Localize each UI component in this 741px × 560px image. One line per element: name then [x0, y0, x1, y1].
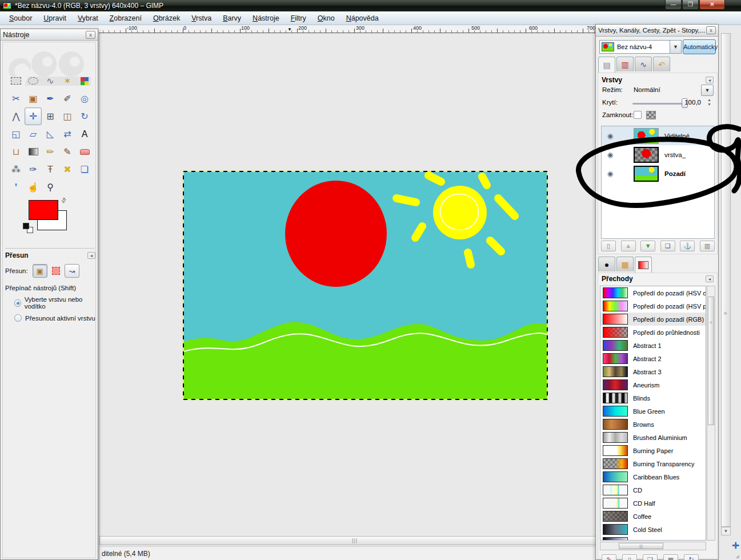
image-select-dropdown-icon[interactable]: ▼: [670, 40, 682, 54]
scrollbar-grip[interactable]: |||: [352, 538, 358, 543]
tool-heal[interactable]: ✖: [59, 161, 76, 178]
foreground-color-swatch[interactable]: [29, 200, 58, 220]
gradient-item[interactable]: CD Half: [600, 497, 706, 510]
toolbox-title-bar[interactable]: Nástroje x: [1, 29, 98, 41]
dock-title-bar[interactable]: Vrstvy, Kanály, Cesty, Zpět - Stopy,... …: [596, 25, 718, 37]
dock-close-icon[interactable]: x: [706, 26, 716, 34]
scrollbar-thumb[interactable]: ≡: [708, 297, 714, 425]
layer-row[interactable]: ◉vrstva_: [602, 145, 714, 164]
move-layer[interactable]: ▣: [33, 264, 47, 278]
auto-follow-button[interactable]: Automaticky: [683, 39, 716, 54]
move-path[interactable]: ↝: [65, 264, 79, 278]
lock-checkbox[interactable]: [634, 111, 642, 119]
tab-paths[interactable]: ∿: [635, 57, 652, 71]
opacity-spinner[interactable]: ▲▼: [706, 98, 712, 107]
visibility-eye-icon[interactable]: ◉: [602, 151, 619, 159]
tab-gradients[interactable]: [635, 257, 652, 273]
gradient-item[interactable]: Abstract 2: [600, 352, 706, 365]
gradient-item[interactable]: Abstract 1: [600, 339, 706, 352]
collapse-icon[interactable]: ◂: [706, 77, 714, 83]
tab-brushes[interactable]: ●: [598, 257, 615, 271]
gradient-item[interactable]: Popředí do pozadí (RGB): [600, 313, 706, 326]
tool-rect-select[interactable]: [7, 72, 25, 90]
tool-paintbrush[interactable]: ✎: [59, 143, 76, 161]
tool-eraser[interactable]: [76, 143, 93, 161]
image-canvas[interactable]: [183, 171, 548, 400]
tab-patterns[interactable]: ▦: [616, 257, 634, 271]
duplicate-layer-button[interactable]: ❏: [660, 241, 675, 251]
gradient-item[interactable]: Abstract 3: [600, 365, 706, 378]
default-colors-icon[interactable]: [23, 223, 35, 234]
tool-flip[interactable]: ⇄: [59, 125, 76, 143]
tool-color-picker[interactable]: ✐: [59, 90, 76, 107]
gradient-item[interactable]: Burning Transparency: [600, 457, 706, 470]
tool-smudge[interactable]: ☝: [25, 178, 42, 196]
gradient-item[interactable]: Aneurism: [600, 378, 706, 391]
navigation-preview-button[interactable]: ✛: [731, 541, 740, 550]
horizontal-ruler[interactable]: -1000100200300400500600700▼: [99, 25, 604, 33]
tool-move[interactable]: ✛: [25, 107, 42, 125]
raise-layer-button[interactable]: ▲: [621, 241, 636, 251]
toolbox-close-icon[interactable]: x: [86, 31, 95, 39]
delete-layer-button[interactable]: ▥: [700, 241, 715, 251]
visibility-eye-icon[interactable]: ◉: [602, 170, 619, 178]
gradient-item[interactable]: Caribbean Blues: [600, 470, 706, 483]
menu-barvy[interactable]: Barvy: [217, 13, 247, 24]
layer-row[interactable]: ◉Viditelné: [602, 126, 714, 145]
layer-row[interactable]: ◉Pozadí: [602, 164, 714, 183]
gradient-item[interactable]: CD: [600, 483, 706, 497]
gradient-item[interactable]: Brushed Aluminium: [600, 431, 706, 444]
gradients-hscrollbar[interactable]: |||: [600, 542, 706, 550]
delete-gradient-button[interactable]: ▦: [663, 554, 678, 560]
color-area[interactable]: ⇄: [20, 200, 83, 235]
menu-zobrazení[interactable]: Zobrazení: [104, 13, 147, 24]
tab-channels[interactable]: ▥: [616, 57, 634, 71]
menu-vrstva[interactable]: Vrstva: [186, 13, 217, 24]
tool-crop[interactable]: ◫: [59, 107, 76, 125]
tool-gradient[interactable]: [25, 143, 42, 161]
menu-upravit[interactable]: Upravit: [38, 13, 72, 24]
gradient-item[interactable]: Popředí do pozadí (HSV proti sr: [600, 299, 706, 313]
lock-alpha-icon[interactable]: [646, 111, 656, 119]
gradient-item[interactable]: Coffee: [600, 510, 706, 523]
anchor-layer-button[interactable]: ⚓: [680, 241, 695, 251]
maximize-button[interactable]: ❐: [682, 0, 699, 10]
gradient-item[interactable]: Popředí do průhlednosti: [600, 326, 706, 339]
gradients-vscrollbar[interactable]: ≡: [707, 286, 715, 541]
menu-vybrat[interactable]: Vybrat: [72, 13, 104, 24]
tool-airbrush[interactable]: ⁂: [7, 161, 25, 178]
gradient-item[interactable]: Burning Paper: [600, 444, 706, 457]
tool-ink[interactable]: ✑: [25, 161, 42, 178]
move-selection[interactable]: [52, 267, 60, 275]
tab-layers[interactable]: ▤: [598, 57, 615, 73]
tool-perspective[interactable]: ◺: [42, 125, 59, 143]
menu-nápověda[interactable]: Nápověda: [341, 13, 384, 24]
refresh-gradients-button[interactable]: ↻: [684, 554, 699, 560]
new-layer-button[interactable]: ▯: [601, 241, 616, 251]
menu-soubor[interactable]: Soubor: [3, 13, 38, 24]
tool-zoom[interactable]: ◎: [76, 90, 93, 107]
scrollbar-grip[interactable]: ≡: [724, 310, 727, 316]
tab-undo[interactable]: ↶: [653, 57, 670, 71]
collapse-icon[interactable]: ◂: [87, 252, 95, 259]
radio-option-0[interactable]: Vyberte vrstvu nebo vodítko: [14, 296, 95, 310]
close-button[interactable]: ✕: [699, 0, 725, 10]
menu-filtry[interactable]: Filtry: [285, 13, 312, 24]
duplicate-gradient-button[interactable]: ❏: [643, 554, 658, 560]
tool-bucket-fill[interactable]: ⊔: [7, 143, 25, 161]
swap-colors-icon[interactable]: ⇄: [59, 196, 69, 205]
tool-align[interactable]: ⊞: [42, 107, 59, 125]
tool-pencil[interactable]: ✏: [42, 143, 59, 161]
radio-option-1[interactable]: Přesunout aktivní vrstvu: [14, 314, 95, 322]
tool-select-by-color[interactable]: [76, 72, 93, 90]
menu-okno[interactable]: Okno: [312, 13, 341, 24]
opacity-value[interactable]: 100,0: [684, 99, 701, 106]
horizontal-scrollbar[interactable]: |||: [99, 536, 604, 545]
opacity-slider[interactable]: [632, 103, 685, 105]
tool-fuzzy-select[interactable]: ✶: [59, 72, 76, 90]
tool-measure[interactable]: ⋀: [7, 107, 25, 125]
menu-nástroje[interactable]: Nástroje: [247, 13, 285, 24]
image-select[interactable]: Bez názvu-4: [599, 40, 670, 54]
tool-dodge-burn[interactable]: ⚲: [42, 178, 59, 196]
tool-clone[interactable]: Ŧ: [42, 161, 59, 178]
